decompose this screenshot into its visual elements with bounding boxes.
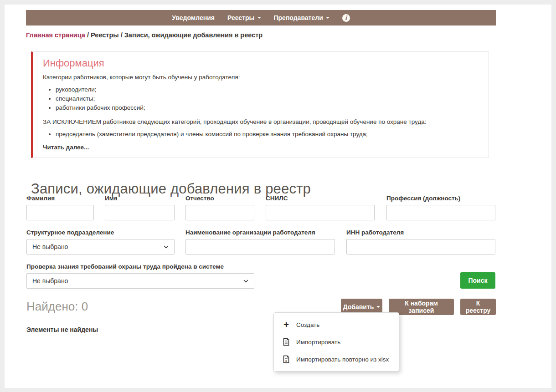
top-navbar: Уведомления Реестры Преподаватели i <box>26 10 496 25</box>
select-value: Не выбрано <box>32 243 68 250</box>
search-button[interactable]: Поиск <box>460 272 495 289</box>
file-text-icon <box>282 338 290 346</box>
field-label: Наименование организации работодателя <box>185 229 335 236</box>
employer-name-input[interactable] <box>185 239 335 255</box>
field-group-snils: СНИЛС <box>266 195 375 220</box>
nav-item-notifications[interactable]: Уведомления <box>172 14 215 21</box>
nav-item-label: Уведомления <box>172 14 215 21</box>
field-label: Имя <box>105 195 175 202</box>
nav-item-label: Реестры <box>227 14 255 21</box>
to-registry-button[interactable]: К реестру <box>460 299 496 315</box>
info-box-intro: Категории работников, которые могут быть… <box>43 73 479 82</box>
info-box-title: Информация <box>43 57 479 69</box>
nav-info-button[interactable]: i <box>342 14 350 22</box>
field-group-profession: Профессия (должность) <box>386 195 495 220</box>
read-more-link[interactable]: Читать далее... <box>43 143 479 152</box>
field-label: Профессия (должность) <box>386 195 495 202</box>
department-select[interactable]: Не выбрано <box>26 239 175 255</box>
found-count: Найдено: 0 <box>26 300 88 314</box>
lastname-input[interactable] <box>26 205 94 220</box>
nav-item-teachers[interactable]: Преподаватели <box>274 14 329 21</box>
field-label: Фамилия <box>26 195 94 202</box>
menu-item-create[interactable]: + Создать <box>274 316 399 333</box>
plus-icon: + <box>282 321 290 329</box>
field-group-department: Структурное подразделение Не выбрано <box>26 229 175 255</box>
list-item: руководители; <box>56 85 479 94</box>
file-xlsx-icon: x <box>282 355 290 363</box>
field-group-lastname: Фамилия <box>26 195 94 220</box>
knowledge-check-select[interactable]: Не выбрано <box>26 273 254 289</box>
app-root: { "colors": { "brown": "#8c7365", "green… <box>0 0 556 392</box>
caret-down-icon <box>326 17 329 19</box>
add-button-label: Добавить <box>343 303 374 311</box>
content-panel: Уведомления Реестры Преподаватели i Глав… <box>5 5 551 388</box>
menu-item-label: Создать <box>296 321 319 328</box>
menu-item-reimport-xlsx[interactable]: x Импортировать повторно из xlsx <box>274 351 399 368</box>
field-label: Структурное подразделение <box>26 229 175 236</box>
snils-input[interactable] <box>266 205 375 220</box>
chevron-down-icon <box>164 245 169 249</box>
firstname-input[interactable] <box>105 205 175 220</box>
nav-item-label: Преподаватели <box>274 14 323 21</box>
search-form: Фамилия Имя Отчество СНИЛС Профессия (до… <box>26 195 495 300</box>
chevron-down-icon <box>243 280 248 283</box>
field-label: Проверка знания требований охраны труда … <box>26 263 254 270</box>
breadcrumb-trail: / Реестры / Записи, ожидающие добавления… <box>85 31 263 39</box>
info-box-exception: ЗА ИСКЛЮЧЕНИЕМ работников следующих кате… <box>43 117 479 127</box>
empty-message: Элементы не найдены <box>26 326 98 333</box>
info-box: Информация Категории работников, которые… <box>31 51 489 158</box>
field-label: ИНН работодателя <box>346 229 495 236</box>
employer-inn-input[interactable] <box>346 239 495 255</box>
caret-down-icon <box>376 306 380 308</box>
field-label: Отчество <box>185 195 254 202</box>
field-label: СНИЛС <box>266 195 375 202</box>
info-box-category-list: руководители; специалисты; работники раб… <box>43 85 479 112</box>
add-dropdown-menu: + Создать Импортировать x Импортировать … <box>273 312 399 372</box>
svg-text:x: x <box>285 359 288 363</box>
breadcrumb-home-link[interactable]: Главная страница <box>26 31 85 39</box>
menu-item-label: Импортировать повторно из xlsx <box>296 356 389 363</box>
field-group-knowledge-check: Проверка знания требований охраны труда … <box>26 263 254 289</box>
info-icon: i <box>342 14 350 22</box>
list-item: председатель (заместители председателя) … <box>56 130 479 139</box>
menu-item-import[interactable]: Импортировать <box>274 333 399 351</box>
breadcrumb-divider <box>20 43 501 43</box>
breadcrumb: Главная страница / Реестры / Записи, ожи… <box>26 31 263 39</box>
field-group-employer-inn: ИНН работодателя <box>346 229 495 255</box>
profession-input[interactable] <box>386 205 495 220</box>
select-value: Не выбрано <box>32 277 68 285</box>
caret-down-icon <box>257 17 261 19</box>
list-item: специалисты; <box>56 94 479 103</box>
middlename-input[interactable] <box>185 205 254 220</box>
list-item: работники рабочих профессий; <box>56 103 479 112</box>
nav-item-registries[interactable]: Реестры <box>227 14 261 21</box>
menu-item-label: Импортировать <box>296 339 340 346</box>
field-group-employer-name: Наименование организации работодателя <box>185 229 335 255</box>
info-box-exception-list: председатель (заместители председателя) … <box>43 130 479 139</box>
field-group-middlename: Отчество <box>185 195 254 220</box>
field-group-firstname: Имя <box>105 195 175 220</box>
